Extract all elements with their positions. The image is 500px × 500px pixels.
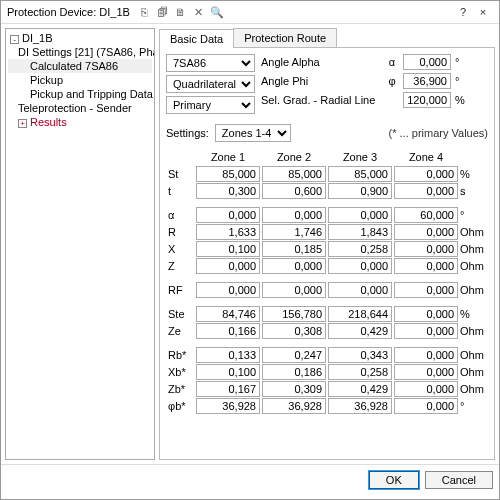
grid-cell[interactable] <box>262 381 326 397</box>
param-label: Sel. Grad. - Radial Line <box>261 94 381 106</box>
unit-label: Ohm <box>460 282 486 298</box>
grid-cell[interactable] <box>262 241 326 257</box>
grid-cell[interactable] <box>262 258 326 274</box>
grid-cell[interactable] <box>196 207 260 223</box>
unit-label: Ohm <box>460 323 486 339</box>
help-icon[interactable]: ? <box>453 6 473 18</box>
zone-header: Zone 3 <box>328 149 392 165</box>
tool-doc-icon[interactable]: 🗎 <box>174 5 188 19</box>
row-label: φb* <box>168 398 194 414</box>
tree-item[interactable]: DI Settings [21] (7SA86, Phase) <box>8 45 152 59</box>
close-icon[interactable]: × <box>473 6 493 18</box>
grid-cell[interactable] <box>196 241 260 257</box>
ok-button[interactable]: OK <box>369 471 419 489</box>
grid-cell[interactable] <box>262 224 326 240</box>
grid-cell[interactable] <box>394 306 458 322</box>
grid-cell[interactable] <box>328 258 392 274</box>
grid-cell[interactable] <box>196 183 260 199</box>
grid-cell[interactable] <box>394 282 458 298</box>
grid-cell[interactable] <box>394 241 458 257</box>
grid-cell[interactable] <box>394 347 458 363</box>
grid-cell[interactable] <box>262 282 326 298</box>
grid-cell[interactable] <box>328 207 392 223</box>
grid-cell[interactable] <box>328 166 392 182</box>
side-select[interactable]: Primary <box>166 96 255 114</box>
grid-cell[interactable] <box>328 241 392 257</box>
grid-cell[interactable] <box>328 323 392 339</box>
row-label: Z <box>168 258 194 274</box>
grid-cell[interactable] <box>262 398 326 414</box>
grid-cell[interactable] <box>394 224 458 240</box>
tool-find-icon[interactable]: 🔍 <box>210 5 224 19</box>
grid-cell[interactable] <box>394 323 458 339</box>
grid-cell[interactable] <box>394 398 458 414</box>
grid-cell[interactable] <box>196 364 260 380</box>
grid-cell[interactable] <box>262 364 326 380</box>
grid-cell[interactable] <box>328 224 392 240</box>
row-label: X <box>168 241 194 257</box>
param-sym: α <box>385 56 399 68</box>
grid-cell[interactable] <box>196 258 260 274</box>
grid-cell[interactable] <box>262 183 326 199</box>
tree-item[interactable]: Teleprotection - Sender <box>8 101 152 115</box>
tool-dup-icon[interactable]: 🗐 <box>156 5 170 19</box>
zones-select[interactable]: Zones 1-4 <box>215 124 291 142</box>
shape-select[interactable]: Quadrilateral <box>166 75 255 93</box>
param-input[interactable] <box>403 92 451 108</box>
grid-cell[interactable] <box>328 381 392 397</box>
grid-cell[interactable] <box>196 166 260 182</box>
grid-cell[interactable] <box>328 306 392 322</box>
grid-cell[interactable] <box>328 364 392 380</box>
zone-header: Zone 4 <box>394 149 458 165</box>
tree-item[interactable]: Calculated 7SA86 <box>8 59 152 73</box>
grid-cell[interactable] <box>262 347 326 363</box>
unit-label: ° <box>460 207 486 223</box>
grid-cell[interactable] <box>196 381 260 397</box>
grid-cell[interactable] <box>328 347 392 363</box>
row-label: R <box>168 224 194 240</box>
unit-label: s <box>460 183 486 199</box>
tool-copy-icon[interactable]: ⎘ <box>138 5 152 19</box>
window-title: Protection Device: DI_1B <box>7 6 130 18</box>
tree-item[interactable]: Pickup <box>8 73 152 87</box>
row-label: St <box>168 166 194 182</box>
grid-cell[interactable] <box>196 282 260 298</box>
grid-cell[interactable] <box>196 398 260 414</box>
nav-tree: -DI_1B DI Settings [21] (7SA86, Phase)Ca… <box>5 28 155 460</box>
grid-cell[interactable] <box>394 258 458 274</box>
grid-cell[interactable] <box>262 207 326 223</box>
tree-root[interactable]: -DI_1B <box>8 31 152 45</box>
grid-cell[interactable] <box>196 224 260 240</box>
grid-cell[interactable] <box>196 347 260 363</box>
unit-label: Ohm <box>460 381 486 397</box>
row-label: α <box>168 207 194 223</box>
grid-cell[interactable] <box>328 398 392 414</box>
grid-cell[interactable] <box>262 306 326 322</box>
zone-header: Zone 2 <box>262 149 326 165</box>
unit-label: % <box>460 166 486 182</box>
grid-cell[interactable] <box>328 183 392 199</box>
grid-cell[interactable] <box>262 323 326 339</box>
grid-cell[interactable] <box>328 282 392 298</box>
param-input[interactable] <box>403 54 451 70</box>
device-select[interactable]: 7SA86 <box>166 54 255 72</box>
cancel-button[interactable]: Cancel <box>425 471 493 489</box>
grid-cell[interactable] <box>394 207 458 223</box>
tab-protection-route[interactable]: Protection Route <box>233 28 337 47</box>
grid-cell[interactable] <box>262 166 326 182</box>
grid-cell[interactable] <box>394 381 458 397</box>
tree-item[interactable]: +Results <box>8 115 152 129</box>
tree-item[interactable]: Pickup and Tripping Data <box>8 87 152 101</box>
param-input[interactable] <box>403 73 451 89</box>
param-sym: φ <box>385 75 399 87</box>
grid-cell[interactable] <box>394 183 458 199</box>
tool-del-icon[interactable]: ✕ <box>192 5 206 19</box>
grid-cell[interactable] <box>196 306 260 322</box>
row-label: Ste <box>168 306 194 322</box>
tab-basic-data[interactable]: Basic Data <box>159 29 234 48</box>
grid-cell[interactable] <box>394 166 458 182</box>
dialog-buttons: OK Cancel <box>1 464 499 495</box>
grid-cell[interactable] <box>196 323 260 339</box>
param-label: Angle Alpha <box>261 56 381 68</box>
grid-cell[interactable] <box>394 364 458 380</box>
